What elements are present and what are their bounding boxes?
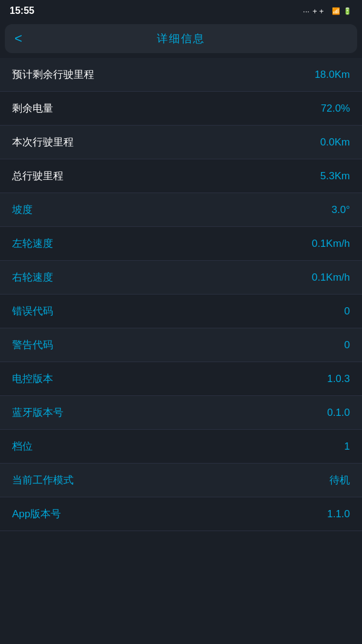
table-row: 档位1 [0, 430, 362, 464]
row-value: 待机 [329, 473, 350, 487]
table-row: App版本号1.1.0 [0, 497, 362, 531]
row-value: 0.0Km [320, 136, 350, 148]
row-value: 1.1.0 [327, 508, 350, 520]
table-row: 蓝牙版本号0.1.0 [0, 396, 362, 430]
row-label: 警告代码 [12, 338, 53, 352]
table-row: 左轮速度0.1Km/h [0, 227, 362, 261]
row-label: 预计剩余行驶里程 [12, 68, 94, 81]
table-row: 坡度3.0° [0, 193, 362, 227]
table-row: 总行驶里程5.3Km [0, 159, 362, 193]
table-row: 预计剩余行驶里程18.0Km [0, 58, 362, 92]
row-value: 1 [345, 441, 350, 453]
row-label: 档位 [12, 439, 33, 453]
row-value: 0 [345, 305, 350, 317]
row-label: 总行驶里程 [12, 169, 63, 183]
table-row: 错误代码0 [0, 295, 362, 328]
row-label: 右轮速度 [12, 270, 53, 284]
detail-table: 预计剩余行驶里程18.0Km剩余电量72.0%本次行驶里程0.0Km总行驶里程5… [0, 58, 362, 531]
dots-icon: ··· [303, 7, 310, 16]
table-row: 剩余电量72.0% [0, 92, 362, 126]
row-label: 坡度 [12, 203, 33, 217]
row-label: 剩余电量 [12, 101, 53, 115]
table-row: 警告代码0 [0, 328, 362, 362]
table-row: 本次行驶里程0.0Km [0, 126, 362, 159]
bluetooth-icon: + + [313, 7, 324, 16]
row-label: 左轮速度 [12, 237, 53, 250]
row-value: 72.0% [321, 103, 350, 115]
row-value: 3.0° [332, 204, 350, 216]
row-value: 0 [345, 339, 350, 351]
status-time: 15:55 [10, 5, 34, 16]
row-value: 0.1.0 [327, 407, 350, 419]
row-value: 18.0Km [314, 69, 350, 81]
signal-icons: 📶 🔋 [332, 7, 352, 15]
row-label: 当前工作模式 [12, 473, 74, 487]
row-value: 5.3Km [320, 170, 350, 182]
row-label: 电控版本 [12, 372, 53, 386]
table-row: 当前工作模式待机 [0, 464, 362, 497]
row-label: App版本号 [12, 507, 61, 521]
status-icons: ··· + + 📶 🔋 [303, 7, 352, 16]
row-label: 本次行驶里程 [12, 135, 74, 149]
table-row: 右轮速度0.1Km/h [0, 261, 362, 295]
table-row: 电控版本1.0.3 [0, 362, 362, 396]
row-value: 1.0.3 [327, 373, 350, 385]
row-value: 0.1Km/h [312, 272, 350, 284]
status-bar: 15:55 ··· + + 📶 🔋 [0, 0, 362, 22]
page-title: 详细信息 [157, 31, 205, 46]
bluetooth-icon2 [327, 7, 329, 16]
row-label: 蓝牙版本号 [12, 406, 63, 419]
nav-bar: < 详细信息 [5, 24, 357, 53]
row-value: 0.1Km/h [312, 238, 350, 250]
back-button[interactable]: < [14, 31, 22, 46]
row-label: 错误代码 [12, 304, 53, 318]
